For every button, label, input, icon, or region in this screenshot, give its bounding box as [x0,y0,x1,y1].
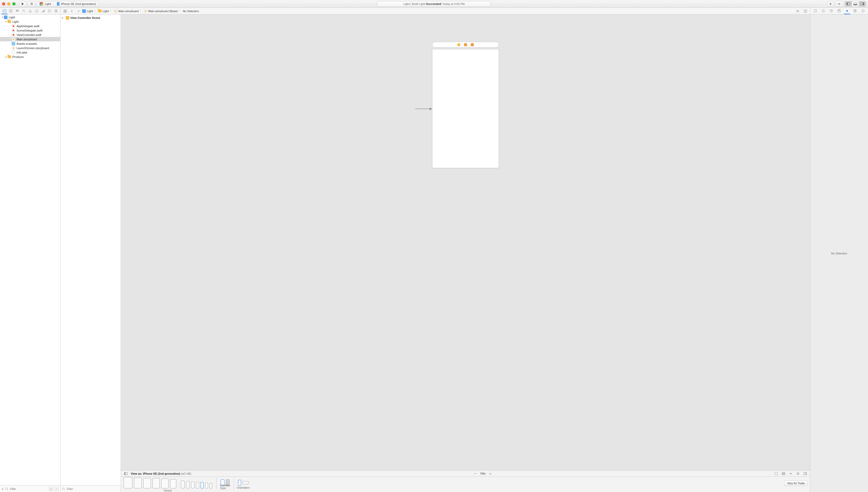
pin-button[interactable] [796,471,800,476]
view-as-label[interactable]: View as: iPhone SE (2nd generation) (wC … [131,472,191,475]
find-navigator-tab[interactable] [21,8,27,14]
device-ipad-pro-12[interactable] [124,477,132,488]
test-navigator-tab[interactable] [33,8,40,14]
crumb-1[interactable]: Light [103,9,109,13]
file-tree[interactable]: ▾Light▾LightAppDelegate.swiftSceneDelega… [0,15,60,485]
connections-inspector-tab[interactable] [860,8,866,14]
toggle-debug-area-button[interactable] [852,1,859,7]
svg-marker-0 [22,3,24,5]
breakpoint-navigator-tab[interactable] [47,8,53,14]
device-iphone[interactable] [191,482,195,488]
file-row[interactable]: ViewController.swift [0,32,60,37]
go-back-button[interactable] [69,8,75,14]
editor-options-button[interactable] [795,8,801,14]
toggle-inspector-button[interactable] [859,1,866,7]
add-icon[interactable]: + [2,487,4,491]
toggle-outline-button[interactable] [124,471,128,476]
device-ipad[interactable] [153,478,160,488]
crumb-4[interactable]: No Selection [183,9,199,13]
viewcontroller-frame[interactable] [432,49,499,168]
exit-icon[interactable] [471,43,474,46]
project-navigator-tab[interactable] [1,8,7,14]
file-row[interactable]: LaunchScreen.storyboard [0,46,60,50]
svg-rect-34 [782,472,785,475]
canvas-viewport[interactable] [121,15,810,470]
file-row[interactable]: ▾Light [0,15,60,19]
crumb-2[interactable]: Main.storyboard [119,9,139,13]
file-row[interactable]: SceneDelegate.swift [0,28,60,32]
scene-icon [66,16,69,20]
close-window-icon[interactable] [2,2,5,5]
identity-inspector-tab[interactable] [836,8,842,14]
minimize-window-icon[interactable] [7,2,10,5]
file-row[interactable]: AppDelegate.swift [0,24,60,28]
device-ipad-pro-11[interactable] [134,477,142,488]
history-inspector-tab[interactable] [820,8,826,14]
device-iphone-mini[interactable] [196,482,199,488]
initial-vc-arrow-icon[interactable] [415,108,432,109]
align-button[interactable] [788,471,793,476]
run-button[interactable] [19,1,26,7]
device-ipad-mini[interactable] [161,478,169,488]
resolve-issues-button[interactable] [803,471,808,476]
orientation-portrait[interactable] [238,480,241,486]
device-iphone-4s[interactable] [210,483,212,488]
crumb-3[interactable]: Main.storyboard (Base) [148,9,178,13]
library-button[interactable] [827,1,834,7]
scm-filter-icon[interactable]: ▭ [54,487,59,491]
device-iphone-8[interactable] [205,483,208,488]
svg-rect-3 [847,3,848,5]
viewcontroller-icon[interactable] [457,43,460,46]
outline-scene-row[interactable]: ▸ View Controller Scene [62,16,119,20]
size-inspector-tab[interactable] [852,8,858,14]
go-forward-button[interactable] [75,8,82,14]
file-row[interactable]: Main.storyboard [0,37,60,41]
source-control-navigator-tab[interactable] [8,8,14,14]
stop-button[interactable] [28,1,35,7]
toggle-navigator-button[interactable] [845,1,852,7]
zoom-window-icon[interactable] [12,2,16,5]
navigator-filter-input[interactable] [10,487,47,490]
add-editor-button[interactable] [802,8,809,14]
device-iphone-max[interactable] [181,481,184,488]
device-iphone-se[interactable] [201,482,204,488]
issue-navigator-tab[interactable] [27,8,33,14]
disclosure-triangle-icon[interactable]: ▸ [5,55,7,58]
first-responder-icon[interactable] [464,43,467,46]
file-row[interactable]: Info.plist [0,50,60,54]
symbol-navigator-tab[interactable] [14,8,20,14]
debug-navigator-tab[interactable] [40,8,46,14]
file-row[interactable]: ▾Light [0,19,60,24]
disclosure-triangle-icon[interactable]: ▸ [62,17,65,19]
device-iphone-pro[interactable] [186,481,189,488]
update-frames-button[interactable] [774,471,778,476]
chevron-right-icon: 〉 [52,2,55,6]
device-ipad-air[interactable] [143,478,151,488]
scene-dock[interactable] [432,42,499,48]
disclosure-triangle-icon[interactable]: ▾ [5,20,7,23]
embed-in-button[interactable] [781,471,786,476]
recent-filter-icon[interactable]: ◷ [49,487,53,491]
file-row[interactable]: ▸Products [0,54,60,59]
zoom-out-button[interactable]: − [474,471,476,476]
orientation-group-label: Orientation [237,486,250,489]
related-items-button[interactable] [62,8,68,14]
report-navigator-tab[interactable] [53,8,59,14]
attributes-inspector-tab[interactable] [844,8,850,14]
file-row[interactable]: Assets.xcassets [0,41,60,46]
disclosure-triangle-icon[interactable]: ▾ [1,16,4,19]
file-inspector-tab[interactable] [812,8,818,14]
titlebar: Light 〉 iPhone SE (2nd generation) Light… [0,0,868,8]
crumb-0[interactable]: Light [87,9,93,13]
zoom-value[interactable]: 79% [480,472,486,475]
folder-icon [98,9,102,13]
inspector-tabs: ? [810,8,868,14]
orientation-landscape[interactable] [243,481,248,484]
outline-filter-input[interactable] [67,487,119,490]
help-inspector-tab[interactable]: ? [828,8,835,14]
scheme-selector[interactable]: Light 〉 iPhone SE (2nd generation) [37,1,99,7]
zoom-in-button[interactable]: + [489,472,491,476]
vary-for-traits-button[interactable]: Vary for Traits [784,481,808,486]
device-ipad-legacy[interactable] [170,479,176,488]
code-review-button[interactable] [836,1,843,7]
